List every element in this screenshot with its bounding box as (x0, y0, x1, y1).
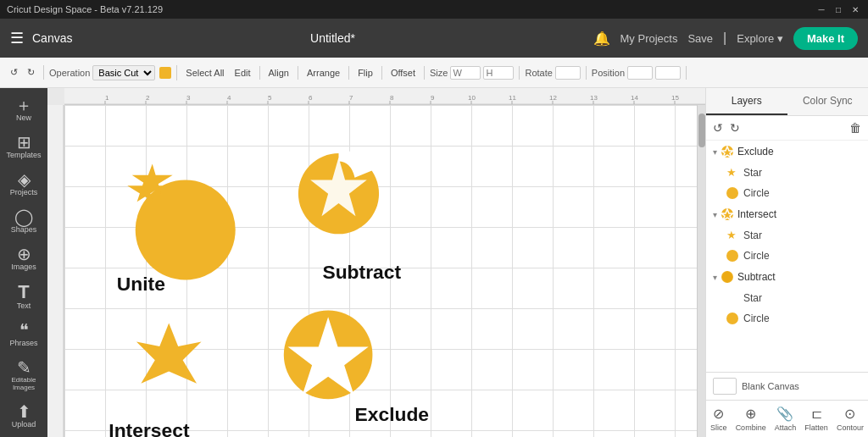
sidebar-item-phrases[interactable]: ❝ Phrases (0, 317, 47, 352)
subtract-shape[interactable] (298, 152, 379, 235)
combine-btn[interactable]: ⊕ Combine (732, 404, 770, 434)
exclude-group-icon (721, 145, 734, 158)
blank-canvas-bar[interactable]: Blank Canvas (706, 372, 868, 400)
layer-label-subtract-circle: Circle (743, 313, 770, 324)
save-btn[interactable]: Save (687, 32, 713, 45)
ruler-left (47, 105, 64, 437)
canvas-area[interactable]: 1 2 3 4 5 6 7 8 9 10 11 12 13 14 15 16 (47, 88, 705, 437)
slice-btn[interactable]: ⊘ Slice (707, 404, 731, 434)
explore-btn[interactable]: Explore ▾ (737, 32, 783, 45)
layer-group-subtract-header[interactable]: ▾ Subtract (706, 266, 868, 288)
sidebar-item-projects[interactable]: ◈ Projects (0, 166, 47, 202)
subtract-group-icon (721, 270, 734, 284)
panel-tabs: Layers Color Sync (706, 88, 868, 116)
flatten-btn[interactable]: ⊏ Flatten (801, 404, 832, 434)
svg-text:4: 4 (227, 94, 231, 102)
edit-group: Edit (231, 66, 260, 80)
scroll-thumb[interactable] (698, 113, 705, 147)
sidebar-label-new: New (16, 113, 31, 122)
layer-group-intersect: ▾ Intersect ★ Star Circle (706, 203, 868, 266)
tab-layers[interactable]: Layers (706, 88, 787, 115)
layer-group-intersect-header[interactable]: ▾ Intersect (706, 203, 868, 225)
height-input[interactable] (483, 66, 514, 80)
sidebar-item-templates[interactable]: ⊞ Templates (0, 129, 47, 164)
operation-select[interactable]: Basic Cut (92, 65, 155, 80)
panel-undo-btn[interactable]: ↺ (711, 119, 725, 136)
project-title: Untitled* (81, 31, 584, 45)
panel-toolbar: ↺ ↻ 🗑 (706, 116, 868, 141)
hamburger-menu[interactable]: ☰ (10, 29, 24, 47)
sidebar-label-editable: Editable Images (3, 376, 44, 391)
align-btn[interactable]: Align (265, 66, 292, 80)
notification-bell[interactable]: 🔔 (593, 30, 610, 47)
intersect-group-label: Intersect (737, 208, 776, 220)
sidebar-label-phrases: Phrases (9, 339, 37, 347)
operation-color-swatch[interactable] (159, 67, 171, 79)
sidebar-item-editable[interactable]: ✎ Editable Images (0, 354, 47, 396)
projects-icon: ◈ (18, 171, 31, 188)
rotate-input[interactable] (555, 66, 581, 80)
circle-icon-2 (726, 250, 738, 262)
undo-btn[interactable]: ↺ (7, 65, 21, 80)
pos-x-input[interactable] (627, 66, 653, 80)
layer-group-exclude-header[interactable]: ▾ Exclude (706, 141, 868, 163)
svg-text:7: 7 (349, 94, 353, 102)
redo-btn[interactable]: ↻ (24, 65, 38, 80)
width-input[interactable] (450, 66, 481, 80)
pos-y-input[interactable] (655, 66, 681, 80)
tab-color-sync[interactable]: Color Sync (787, 88, 869, 115)
layer-item-intersect-circle[interactable]: Circle (706, 246, 868, 266)
select-all-btn[interactable]: Select All (182, 66, 227, 80)
sidebar-item-upload[interactable]: ⬆ Upload (0, 398, 47, 434)
contour-btn[interactable]: ⊙ Contour (833, 404, 867, 434)
sidebar-item-text[interactable]: T Text (0, 278, 47, 315)
svg-text:8: 8 (390, 94, 394, 102)
panel-delete-btn[interactable]: 🗑 (848, 119, 863, 136)
contour-label: Contour (837, 423, 864, 432)
offset-group: Offset (387, 66, 425, 80)
edit-btn[interactable]: Edit (231, 66, 254, 80)
operation-group: Operation Basic Cut (49, 65, 177, 80)
canvas-content[interactable]: Unite Subtract Intersect Exclude (64, 105, 705, 437)
sidebar-item-new[interactable]: ＋ New (0, 91, 47, 127)
svg-text:14: 14 (631, 94, 638, 102)
close-btn[interactable]: ✕ (849, 3, 861, 15)
layer-item-subtract-circle[interactable]: Circle (706, 308, 868, 329)
layer-item-exclude-circle[interactable]: Circle (706, 183, 868, 203)
svg-text:2: 2 (146, 94, 150, 102)
sidebar-item-images[interactable]: ⊕ Images (0, 241, 47, 276)
layer-item-intersect-star[interactable]: ★ Star (706, 225, 868, 246)
svg-text:9: 9 (431, 94, 435, 102)
flip-btn[interactable]: Flip (354, 66, 376, 80)
chevron-subtract: ▾ (713, 273, 717, 282)
chevron-exclude: ▾ (713, 147, 717, 157)
position-label: Position (592, 68, 625, 78)
unite-shape[interactable] (127, 163, 235, 279)
sidebar-item-shapes[interactable]: ◯ Shapes (0, 203, 47, 239)
layer-label-subtract-star: Star (743, 292, 762, 304)
layer-item-exclude-star[interactable]: ★ Star (706, 163, 868, 183)
layer-item-subtract-star[interactable]: Star (706, 288, 868, 308)
arrange-btn[interactable]: Arrange (303, 66, 343, 80)
attach-btn[interactable]: 📎 Attach (771, 404, 800, 434)
maximize-btn[interactable]: □ (832, 3, 844, 15)
header: ☰ Canvas Untitled* 🔔 My Projects Save | … (0, 19, 868, 58)
size-label: Size (430, 68, 448, 78)
ruler-top: 1 2 3 4 5 6 7 8 9 10 11 12 13 14 15 16 (64, 88, 705, 105)
layer-label-intersect-circle: Circle (743, 250, 770, 262)
panel-bottom-toolbar: ⊘ Slice ⊕ Combine 📎 Attach ⊏ Flatten ⊙ C… (706, 400, 868, 437)
flatten-icon: ⊏ (811, 406, 822, 422)
offset-btn[interactable]: Offset (387, 66, 419, 80)
phrases-icon: ❝ (19, 322, 29, 339)
slice-label: Slice (710, 423, 727, 432)
panel-redo-btn[interactable]: ↻ (728, 119, 742, 136)
vertical-scrollbar[interactable] (697, 105, 705, 437)
rotate-group: Rotate (525, 66, 586, 80)
intersect-shape[interactable] (136, 324, 202, 384)
minimize-btn[interactable]: ─ (815, 3, 827, 15)
combine-icon: ⊕ (745, 406, 756, 422)
my-projects-btn[interactable]: My Projects (620, 32, 678, 45)
sidebar-label-upload: Upload (12, 420, 36, 429)
make-it-btn[interactable]: Make It (793, 27, 858, 50)
exclude-shape[interactable] (284, 311, 373, 400)
